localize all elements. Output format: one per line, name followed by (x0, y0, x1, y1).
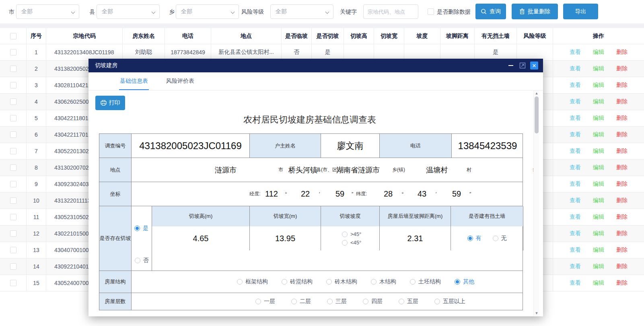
delete-link[interactable]: 删除 (616, 148, 628, 155)
delete-link[interactable]: 删除 (616, 279, 628, 287)
view-link[interactable]: 查看 (570, 213, 581, 221)
edit-link[interactable]: 编辑 (593, 131, 604, 138)
edit-link[interactable]: 编辑 (593, 49, 604, 56)
risk-level-select[interactable]: 全部 (270, 4, 333, 19)
row-checkbox[interactable] (10, 98, 16, 105)
row-checkbox[interactable] (10, 181, 16, 187)
print-button[interactable]: 打印 (95, 96, 125, 110)
floors-option-2[interactable]: 二层 (291, 298, 311, 305)
structure-option-brick-wood[interactable]: 砖木结构 (326, 278, 357, 285)
row-checkbox[interactable] (10, 280, 16, 286)
edit-link[interactable]: 编辑 (593, 115, 604, 122)
county-select[interactable]: 全部 (97, 4, 160, 19)
view-link[interactable]: 查看 (570, 246, 581, 254)
edit-link[interactable]: 编辑 (593, 164, 604, 171)
delete-link[interactable]: 删除 (616, 115, 628, 122)
row-checkbox[interactable] (10, 131, 16, 138)
delete-link[interactable]: 删除 (616, 213, 628, 221)
row-checkbox[interactable] (10, 82, 16, 88)
row-checkbox[interactable] (10, 247, 16, 253)
edit-link[interactable]: 编辑 (593, 65, 604, 72)
edit-link[interactable]: 编辑 (593, 197, 604, 204)
maximize-button[interactable] (518, 62, 527, 70)
county-unit: 县(市、区) (316, 166, 339, 173)
view-link[interactable]: 查看 (570, 49, 581, 56)
minimize-button[interactable] (507, 62, 515, 70)
deleted-data-checkbox[interactable] (428, 8, 434, 15)
cut-slope-no-option[interactable]: 否 (132, 250, 152, 271)
view-link[interactable]: 查看 (570, 197, 581, 204)
edit-link[interactable]: 编辑 (593, 230, 604, 237)
wall-no-option[interactable]: 无 (493, 235, 507, 242)
edit-link[interactable]: 编辑 (593, 279, 604, 287)
delete-link[interactable]: 删除 (616, 82, 628, 89)
edit-link[interactable]: 编辑 (593, 213, 604, 221)
view-link[interactable]: 查看 (570, 115, 581, 122)
scroll-down-icon[interactable]: ▼ (534, 310, 539, 316)
row-checkbox[interactable] (10, 164, 16, 171)
view-link[interactable]: 查看 (570, 65, 581, 72)
row-checkbox[interactable] (10, 197, 16, 204)
edit-link[interactable]: 编辑 (593, 246, 604, 254)
view-link[interactable]: 查看 (570, 82, 581, 89)
floors-option-1[interactable]: 一层 (255, 298, 275, 305)
delete-link[interactable]: 删除 (616, 263, 628, 270)
township-select[interactable]: 全部 (176, 4, 239, 19)
cut-slope-yes-option[interactable]: 是 (132, 206, 152, 250)
query-button[interactable]: 查询 (475, 4, 506, 19)
structure-option-adobe[interactable]: 土坯结构 (410, 278, 441, 285)
floors-option-5[interactable]: 五层 (399, 298, 418, 305)
delete-link[interactable]: 删除 (616, 49, 628, 56)
edit-link[interactable]: 编辑 (593, 148, 604, 155)
export-button[interactable]: 导出 (563, 4, 598, 19)
view-link[interactable]: 查看 (570, 230, 581, 237)
delete-link[interactable]: 删除 (616, 131, 628, 138)
floors-option-3[interactable]: 三层 (327, 298, 347, 305)
view-link[interactable]: 查看 (570, 164, 581, 171)
row-checkbox[interactable] (10, 148, 16, 154)
city-select[interactable]: 全部 (16, 4, 79, 19)
row-checkbox[interactable] (10, 115, 16, 121)
structure-option-wood[interactable]: 木结构 (371, 278, 396, 285)
view-link[interactable]: 查看 (570, 180, 581, 188)
latitude-sec: 59 (452, 189, 461, 199)
delete-link[interactable]: 删除 (616, 246, 628, 254)
row-checkbox[interactable] (10, 49, 16, 55)
slope-gt45-option[interactable]: >45° (342, 231, 361, 237)
select-all-checkbox[interactable] (10, 33, 16, 39)
delete-link[interactable]: 删除 (616, 180, 628, 188)
close-button[interactable]: ✕ (530, 62, 538, 70)
structure-option-frame[interactable]: 框架结构 (237, 278, 268, 285)
tab-risk-evaluation[interactable]: 风险评价表 (165, 73, 195, 90)
tab-basic-info[interactable]: 基础信息表 (119, 73, 149, 90)
edit-link[interactable]: 编辑 (593, 98, 604, 105)
modal-scrollbar[interactable]: ▲ ▼ (533, 90, 539, 316)
view-link[interactable]: 查看 (570, 131, 581, 138)
scroll-up-icon[interactable]: ▲ (534, 90, 539, 96)
structure-option-brick-concrete[interactable]: 砖混结构 (282, 278, 313, 285)
scrollbar-thumb[interactable] (535, 96, 539, 133)
floors-option-5plus[interactable]: 五层以上 (434, 298, 465, 305)
delete-link[interactable]: 删除 (616, 230, 628, 237)
wall-yes-option[interactable]: 有 (467, 235, 481, 242)
view-link[interactable]: 查看 (570, 148, 581, 155)
delete-link[interactable]: 删除 (616, 98, 628, 105)
view-link[interactable]: 查看 (570, 98, 581, 105)
view-link[interactable]: 查看 (570, 279, 581, 287)
view-link[interactable]: 查看 (570, 263, 581, 270)
keyword-input[interactable] (363, 4, 418, 19)
delete-link[interactable]: 删除 (616, 164, 628, 171)
edit-link[interactable]: 编辑 (593, 263, 604, 270)
structure-option-other[interactable]: 其他 (455, 278, 474, 285)
delete-link[interactable]: 删除 (616, 197, 628, 204)
slope-lt45-option[interactable]: <45° (342, 240, 361, 246)
row-checkbox[interactable] (10, 214, 16, 220)
row-checkbox[interactable] (10, 263, 16, 270)
row-checkbox[interactable] (10, 66, 16, 72)
delete-link[interactable]: 删除 (616, 65, 628, 72)
edit-link[interactable]: 编辑 (593, 180, 604, 188)
edit-link[interactable]: 编辑 (593, 82, 604, 89)
batch-delete-button[interactable]: 批量删除 (512, 4, 558, 19)
floors-option-4[interactable]: 四层 (363, 298, 383, 305)
row-checkbox[interactable] (10, 230, 16, 237)
